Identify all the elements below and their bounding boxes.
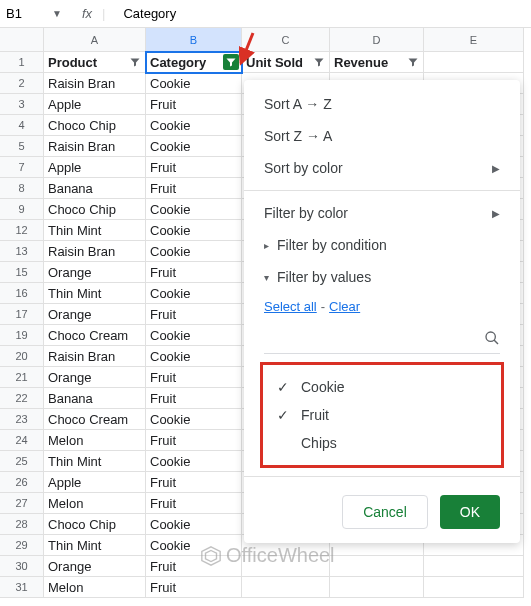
- cell[interactable]: Thin Mint: [44, 535, 146, 556]
- cell[interactable]: Cookie: [146, 115, 242, 136]
- cell[interactable]: Raisin Bran: [44, 346, 146, 367]
- filter-by-values-item[interactable]: ▾Filter by values: [244, 261, 520, 293]
- row-header[interactable]: 16: [0, 283, 44, 304]
- cell[interactable]: Fruit: [146, 388, 242, 409]
- cell[interactable]: Cookie: [146, 199, 242, 220]
- cell[interactable]: Choco Cream: [44, 409, 146, 430]
- cell[interactable]: Cookie: [146, 136, 242, 157]
- cell[interactable]: Fruit: [146, 430, 242, 451]
- filter-value-fruit[interactable]: ✓Fruit: [269, 401, 495, 429]
- row-header[interactable]: 2: [0, 73, 44, 94]
- cell[interactable]: Fruit: [146, 493, 242, 514]
- cell[interactable]: [424, 52, 524, 73]
- row-header[interactable]: 23: [0, 409, 44, 430]
- cell[interactable]: [424, 556, 524, 577]
- row-header[interactable]: 1: [0, 52, 44, 73]
- header-category[interactable]: Category: [146, 52, 242, 73]
- header-revenue[interactable]: Revenue: [330, 52, 424, 73]
- cell[interactable]: Cookie: [146, 346, 242, 367]
- cell[interactable]: Thin Mint: [44, 220, 146, 241]
- cell[interactable]: Fruit: [146, 262, 242, 283]
- cell[interactable]: Cookie: [146, 220, 242, 241]
- sort-za-item[interactable]: Sort Z → A: [244, 120, 520, 152]
- row-header[interactable]: 8: [0, 178, 44, 199]
- cell[interactable]: Cookie: [146, 409, 242, 430]
- cell[interactable]: Raisin Bran: [44, 241, 146, 262]
- cell[interactable]: Melon: [44, 493, 146, 514]
- cell[interactable]: [330, 556, 424, 577]
- row-header[interactable]: 17: [0, 304, 44, 325]
- cell[interactable]: Fruit: [146, 157, 242, 178]
- cell[interactable]: Raisin Bran: [44, 73, 146, 94]
- filter-icon[interactable]: [127, 54, 143, 70]
- row-header[interactable]: 31: [0, 577, 44, 598]
- row-header[interactable]: 9: [0, 199, 44, 220]
- cell[interactable]: Banana: [44, 388, 146, 409]
- filter-icon[interactable]: [223, 54, 239, 70]
- cell[interactable]: Orange: [44, 367, 146, 388]
- cell[interactable]: Orange: [44, 262, 146, 283]
- cell[interactable]: Thin Mint: [44, 451, 146, 472]
- cell[interactable]: Fruit: [146, 367, 242, 388]
- select-all-link[interactable]: Select all: [264, 299, 317, 314]
- row-header[interactable]: 22: [0, 388, 44, 409]
- cell[interactable]: Cookie: [146, 325, 242, 346]
- filter-by-color-item[interactable]: Filter by color▶: [244, 197, 520, 229]
- clear-link[interactable]: Clear: [329, 299, 360, 314]
- row-header[interactable]: 4: [0, 115, 44, 136]
- cell[interactable]: Fruit: [146, 577, 242, 598]
- cell[interactable]: Apple: [44, 472, 146, 493]
- row-header[interactable]: 29: [0, 535, 44, 556]
- cell[interactable]: Choco Cream: [44, 325, 146, 346]
- row-header[interactable]: 21: [0, 367, 44, 388]
- namebox[interactable]: ▼: [6, 6, 62, 21]
- col-header-e[interactable]: E: [424, 28, 524, 52]
- cell[interactable]: Cookie: [146, 283, 242, 304]
- cell[interactable]: Orange: [44, 556, 146, 577]
- chevron-down-icon[interactable]: ▼: [52, 8, 62, 19]
- filter-value-cookie[interactable]: ✓Cookie: [269, 373, 495, 401]
- cell[interactable]: Apple: [44, 94, 146, 115]
- row-header[interactable]: 7: [0, 157, 44, 178]
- select-all-corner[interactable]: [0, 28, 44, 52]
- formula-input[interactable]: [123, 6, 291, 21]
- sort-by-color-item[interactable]: Sort by color▶: [244, 152, 520, 184]
- filter-by-condition-item[interactable]: ▸Filter by condition: [244, 229, 520, 261]
- cell[interactable]: Melon: [44, 430, 146, 451]
- row-header[interactable]: 19: [0, 325, 44, 346]
- cell[interactable]: [424, 577, 524, 598]
- cell[interactable]: Choco Chip: [44, 199, 146, 220]
- sort-az-item[interactable]: Sort A → Z: [244, 88, 520, 120]
- row-header[interactable]: 25: [0, 451, 44, 472]
- col-header-b[interactable]: B: [146, 28, 242, 52]
- cell[interactable]: Thin Mint: [44, 283, 146, 304]
- cell[interactable]: Choco Chip: [44, 115, 146, 136]
- filter-value-chips[interactable]: Chips: [269, 429, 495, 457]
- filter-search-box[interactable]: [264, 326, 500, 354]
- cell[interactable]: Fruit: [146, 472, 242, 493]
- cell[interactable]: Orange: [44, 304, 146, 325]
- row-header[interactable]: 26: [0, 472, 44, 493]
- row-header[interactable]: 15: [0, 262, 44, 283]
- cell[interactable]: Fruit: [146, 178, 242, 199]
- cell[interactable]: Cookie: [146, 514, 242, 535]
- filter-icon[interactable]: [405, 54, 421, 70]
- row-header[interactable]: 24: [0, 430, 44, 451]
- cancel-button[interactable]: Cancel: [342, 495, 428, 529]
- row-header[interactable]: 12: [0, 220, 44, 241]
- cell[interactable]: Fruit: [146, 304, 242, 325]
- row-header[interactable]: 28: [0, 514, 44, 535]
- cell[interactable]: [330, 577, 424, 598]
- row-header[interactable]: 20: [0, 346, 44, 367]
- cell[interactable]: Apple: [44, 157, 146, 178]
- row-header[interactable]: 13: [0, 241, 44, 262]
- cell[interactable]: Cookie: [146, 73, 242, 94]
- cell[interactable]: Cookie: [146, 241, 242, 262]
- row-header[interactable]: 3: [0, 94, 44, 115]
- filter-icon[interactable]: [311, 54, 327, 70]
- row-header[interactable]: 30: [0, 556, 44, 577]
- cell[interactable]: Cookie: [146, 451, 242, 472]
- cell[interactable]: Choco Chip: [44, 514, 146, 535]
- row-header[interactable]: 5: [0, 136, 44, 157]
- col-header-d[interactable]: D: [330, 28, 424, 52]
